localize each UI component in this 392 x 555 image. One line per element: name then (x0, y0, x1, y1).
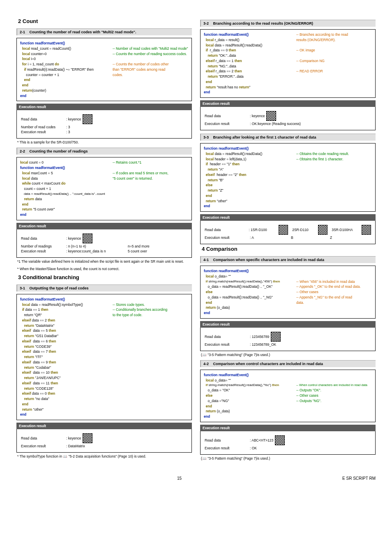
note-2-2b: * When the Master/Slave function is used… (17, 267, 192, 271)
section-4-2-head: 4-2 Comparison when control characters a… (200, 360, 376, 367)
qr-icon (83, 433, 92, 443)
exec-head-2-2: Execution result (16, 223, 192, 229)
page-footer: 15 E SR SCRIPT RM (16, 476, 376, 481)
exec-head-3-3: Execution result (200, 214, 376, 221)
exec-body-4-1: Read data: 123456789 Execution result: 1… (200, 328, 376, 351)
section-2-1-head: 2-1 Counting the number of read codes wi… (16, 28, 192, 35)
page-number: 15 (177, 476, 182, 481)
section-2-2-head: 2-2 Counting the number of readings (16, 148, 192, 155)
code-4-2: function readformatEvent() local o_data=… (200, 370, 376, 422)
exec-body-3-2: Read data: keyence Execution result: OK:… (200, 107, 376, 130)
doc-id: E SR SCRIPT RM (342, 476, 376, 481)
qr-icon (279, 225, 288, 235)
heading-2: 2 Count (16, 18, 192, 24)
note-4-1: (📖 "3-5 Pattern matching" (Page 7)is use… (201, 353, 376, 357)
qr-icon (362, 225, 371, 235)
exec-body-2-1: Read data: keyence Number of read codes:… (16, 110, 192, 139)
code-2-2: local count = 0-- Retains count.*1 funct… (16, 157, 192, 220)
code-4-1: function readformatEvent() local o_data=… (200, 266, 376, 319)
qr-icon (318, 225, 327, 235)
code-3-1: function readformatEvent() local data = … (16, 294, 192, 420)
note-2-1: * This is a sample for the SR-D100/750. (17, 140, 192, 144)
exec-body-4-2: Read data: ABC<HT>123 Execution result: … (200, 431, 376, 455)
qr-icon (83, 114, 92, 124)
section-3-1-head: 3-1 Outputting the type of read codes (16, 284, 192, 291)
exec-body-2-2: Read data: keyence Number of readings: n… (16, 229, 192, 258)
code-2-1: function readformatEvent() local read_co… (16, 38, 192, 101)
qr-icon (266, 111, 276, 121)
exec-head-3-1: Execution result (16, 423, 192, 429)
section-3-2-head: 3-2 Branching according to the read resu… (200, 20, 376, 27)
note-2-2a: *1 The variable value defined here is in… (17, 259, 192, 264)
exec-body-3-1: Read data: keyence Execution result: Dat… (16, 429, 192, 453)
left-column: 2 Count 2-1 Counting the number of read … (16, 16, 192, 464)
exec-head-3-2: Execution result (200, 100, 376, 107)
exec-head-4-2: Execution result (200, 425, 376, 431)
section-3-3-head: 3-3 Branching after looking at the first… (200, 134, 376, 141)
qr-icon (271, 332, 281, 342)
code-3-3: function readformatEvent() local data = … (200, 143, 376, 212)
exec-head-4-1: Execution result (200, 321, 376, 328)
qr-icon (275, 435, 285, 445)
section-4-1-head: 4-1 Comparison when specific characters … (200, 256, 376, 263)
code-3-2: function readformatEvent()-- Branches ac… (200, 29, 376, 98)
exec-head-2-1: Execution result (16, 104, 192, 110)
exec-body-3-3: Read data : 1SR-D100 2SR-D110 3SR-D100HA… (200, 221, 376, 244)
qr-icon (83, 234, 92, 243)
note-4-2: (📖 "3-5 Pattern matching" (Page 7)is use… (201, 456, 376, 460)
heading-4: 4 Comparison (200, 246, 376, 252)
heading-3: 3 Conditional branching (16, 274, 192, 280)
note-3-1: * The symbolType function in 📖 "5-2 Data… (17, 454, 192, 458)
right-column: 3-2 Branching according to the read resu… (200, 16, 376, 464)
